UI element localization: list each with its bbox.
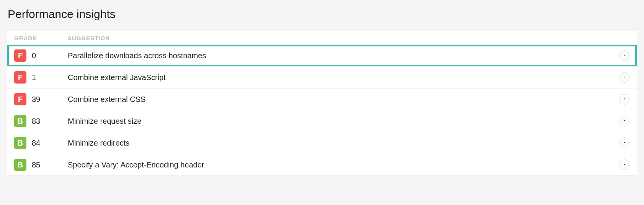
- grade-score: 85: [32, 161, 40, 169]
- table-row[interactable]: B85Specify a Vary: Accept-Encoding heade…: [7, 154, 637, 175]
- grade-score: 39: [32, 95, 40, 104]
- table-row[interactable]: F0Parallelize downloads across hostnames: [7, 44, 637, 66]
- chevron-down-icon: [622, 118, 627, 124]
- grade-cell: B84: [14, 137, 68, 149]
- chevron-down-icon: [622, 140, 627, 146]
- table-row[interactable]: B83Minimize request size: [7, 110, 637, 132]
- suggestion-text: Combine external JavaScript: [68, 73, 615, 82]
- expand-button[interactable]: [619, 138, 630, 148]
- page-title: Performance insights: [7, 8, 637, 21]
- grade-badge: F: [14, 71, 26, 84]
- expand-button[interactable]: [619, 94, 630, 105]
- table-body: F0Parallelize downloads across hostnames…: [7, 44, 637, 175]
- grade-cell: B83: [14, 115, 68, 127]
- col-header-grade: Grade: [14, 35, 68, 41]
- table-header: Grade Suggestion: [7, 31, 637, 44]
- suggestion-text: Minimize redirects: [68, 139, 615, 148]
- grade-badge: B: [14, 115, 26, 127]
- chevron-down-icon: [622, 53, 627, 59]
- grade-score: 0: [32, 51, 36, 60]
- grade-cell: B85: [14, 159, 68, 171]
- expand-button[interactable]: [619, 159, 630, 170]
- suggestion-text: Specify a Vary: Accept-Encoding header: [68, 161, 615, 169]
- insights-panel: Grade Suggestion F0Parallelize downloads…: [7, 31, 637, 176]
- col-header-suggestion: Suggestion: [68, 35, 630, 41]
- grade-cell: F1: [14, 71, 68, 84]
- suggestion-text: Combine external CSS: [68, 95, 615, 104]
- table-row[interactable]: B84Minimize redirects: [7, 132, 637, 154]
- grade-badge: F: [14, 49, 26, 62]
- table-row[interactable]: F39Combine external CSS: [7, 88, 637, 110]
- grade-cell: F39: [14, 93, 68, 105]
- expand-button[interactable]: [619, 72, 630, 83]
- grade-score: 1: [32, 73, 36, 82]
- grade-score: 84: [32, 139, 40, 148]
- expand-button[interactable]: [619, 50, 630, 61]
- expand-button[interactable]: [619, 116, 630, 126]
- grade-badge: F: [14, 93, 26, 105]
- chevron-down-icon: [622, 97, 627, 102]
- suggestion-text: Parallelize downloads across hostnames: [68, 51, 615, 60]
- grade-score: 83: [32, 117, 40, 126]
- suggestion-text: Minimize request size: [68, 117, 615, 126]
- grade-badge: B: [14, 137, 26, 149]
- grade-cell: F0: [14, 49, 68, 62]
- chevron-down-icon: [622, 162, 627, 168]
- chevron-down-icon: [622, 75, 627, 80]
- grade-badge: B: [14, 159, 26, 171]
- table-row[interactable]: F1Combine external JavaScript: [7, 66, 637, 88]
